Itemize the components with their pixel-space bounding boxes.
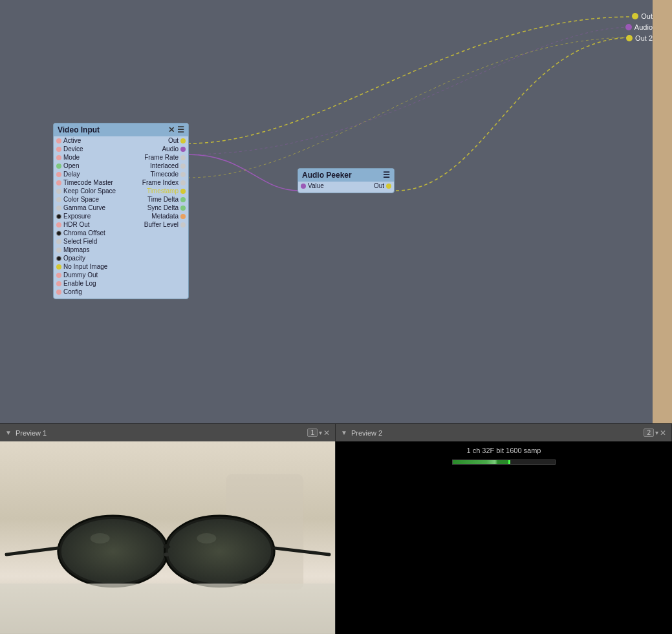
preview1-content xyxy=(0,441,336,634)
port-interlaced-out[interactable] xyxy=(180,164,186,169)
audio-label: Audio xyxy=(634,23,653,31)
port-timedelta-out[interactable] xyxy=(180,197,186,202)
close-icon[interactable]: ✕ xyxy=(168,125,175,134)
row-value: Value Out xyxy=(298,182,394,190)
label-open: Open xyxy=(63,162,79,169)
port-metadata-out[interactable] xyxy=(180,214,186,219)
row-hdrout: HDR Out Buffer Level xyxy=(54,220,188,229)
label-device: Device xyxy=(63,145,83,153)
port-bufferlevel-out[interactable] xyxy=(180,222,186,227)
label-mipmaps: Mipmaps xyxy=(63,246,90,253)
port-opacity-in[interactable] xyxy=(56,256,61,261)
row-colorspace: Color Space Time Delta xyxy=(54,195,188,204)
video-input-node[interactable]: Video Input ✕ ☰ Active Out Device xyxy=(53,123,189,299)
preview1-header: ▼ Preview 1 1 ▾ ✕ xyxy=(0,424,336,441)
label-metadata-out: Metadata xyxy=(151,213,179,220)
audio-meter-bar xyxy=(452,460,556,465)
menu-icon[interactable]: ☰ xyxy=(177,125,184,134)
preview1-title: Preview 1 xyxy=(16,429,47,437)
label-config: Config xyxy=(63,288,82,295)
label-audio-out: Audio xyxy=(162,145,179,153)
preview2-close-btn[interactable]: ✕ xyxy=(660,428,666,438)
row-noinputimage: No Input Image xyxy=(54,262,188,271)
port-frameindex-out[interactable] xyxy=(180,180,186,185)
audio-peeker-menu-icon[interactable]: ☰ xyxy=(383,171,390,180)
port-noinput-in[interactable] xyxy=(56,264,61,269)
label-out: Out xyxy=(168,137,179,144)
svg-point-5 xyxy=(168,519,271,584)
port-device-in[interactable] xyxy=(56,147,61,152)
out2-label: Out 2 xyxy=(635,34,653,42)
label-timecode-out: Timecode xyxy=(150,171,179,178)
port-dummyout-in[interactable] xyxy=(56,273,61,278)
audio-meter-fill xyxy=(453,460,509,464)
label-enablelog: Enable Log xyxy=(63,280,96,287)
bottom-area: ▼ Preview 1 1 ▾ ✕ ▼ Preview 2 2 ▾ ✕ xyxy=(0,423,672,634)
preview1-num[interactable]: 1 xyxy=(307,428,318,437)
port-active-in[interactable] xyxy=(56,138,61,143)
label-interlaced-out: Interlaced xyxy=(150,162,179,169)
port-mipmaps-in[interactable] xyxy=(56,248,61,253)
label-peeker-out: Out xyxy=(374,182,384,189)
output-out-node: Out xyxy=(632,12,653,20)
port-selectfield-in[interactable] xyxy=(56,239,61,244)
label-hdrout: HDR Out xyxy=(63,221,90,228)
port-keepcs-in[interactable] xyxy=(56,189,61,194)
label-keepcs: Keep Color Space xyxy=(63,187,116,195)
port-timecode-out[interactable] xyxy=(180,172,186,177)
row-mipmaps: Mipmaps xyxy=(54,246,188,254)
row-open: Open Interlaced xyxy=(54,162,188,170)
label-cs: Color Space xyxy=(63,196,99,203)
port-hdrout-in[interactable] xyxy=(56,222,61,227)
row-keepcolorspace: Keep Color Space Timestamp xyxy=(54,187,188,195)
label-bufferlevel-out: Buffer Level xyxy=(144,221,179,228)
preview2-num[interactable]: 2 xyxy=(644,428,654,437)
preview-content: 1 ch 32F bit 1600 samp xyxy=(0,441,672,634)
label-dummyout: Dummy Out xyxy=(63,271,98,279)
port-value-in[interactable] xyxy=(301,184,306,189)
label-framerate-out: Frame Rate xyxy=(144,154,179,161)
label-opacity: Opacity xyxy=(63,255,85,262)
label-syncdelta-out: Sync Delta xyxy=(147,204,179,211)
preview2-audio-info: 1 ch 32F bit 1600 samp xyxy=(467,447,541,454)
label-mode: Mode xyxy=(63,154,80,161)
port-timestamp-out[interactable] xyxy=(180,189,186,194)
svg-point-8 xyxy=(197,533,216,544)
port-mode-in[interactable] xyxy=(56,155,61,160)
port-audio-out[interactable] xyxy=(180,147,186,152)
row-mode: Mode Frame Rate xyxy=(54,153,188,162)
preview2-dropdown-icon[interactable]: ▾ xyxy=(655,429,658,436)
preview-bar: ▼ Preview 1 1 ▾ ✕ ▼ Preview 2 2 ▾ ✕ xyxy=(0,423,672,441)
row-active: Active Out xyxy=(54,136,188,145)
audio-peeker-node[interactable]: Audio Peeker ☰ Value Out xyxy=(298,168,395,193)
row-selectfield: Select Field xyxy=(54,237,188,246)
audio-peeker-title: Audio Peeker xyxy=(302,171,352,180)
port-tcmaster-in[interactable] xyxy=(56,180,61,185)
port-exposure-in[interactable] xyxy=(56,214,61,219)
row-chromaoffset: Chroma Offset xyxy=(54,229,188,237)
sunglasses-svg xyxy=(0,441,335,634)
label-noinput: No Input Image xyxy=(63,263,107,270)
label-delay: Delay xyxy=(63,171,80,178)
row-device: Device Audio xyxy=(54,145,188,153)
port-cs-in[interactable] xyxy=(56,197,61,202)
port-syncdelta-out[interactable] xyxy=(180,206,186,211)
port-enablelog-in[interactable] xyxy=(56,281,61,286)
preview1-dropdown-icon[interactable]: ▾ xyxy=(319,429,322,436)
port-config-in[interactable] xyxy=(56,290,61,295)
port-peeker-out[interactable] xyxy=(386,184,391,189)
label-timedelta-out: Time Delta xyxy=(147,196,179,203)
port-chroma-in[interactable] xyxy=(56,231,61,236)
port-open-in[interactable] xyxy=(56,164,61,169)
port-framerate-out[interactable] xyxy=(180,155,186,160)
audio-meter-indicator xyxy=(508,460,510,464)
preview2-header: ▼ Preview 2 2 ▾ ✕ xyxy=(336,424,672,441)
port-out[interactable] xyxy=(180,138,186,143)
preview1-triangle-icon: ▼ xyxy=(5,429,12,436)
right-panel xyxy=(653,0,672,423)
port-gamma-in[interactable] xyxy=(56,206,61,211)
port-delay-in[interactable] xyxy=(56,172,61,177)
row-delay: Delay Timecode xyxy=(54,170,188,178)
svg-point-7 xyxy=(91,533,110,544)
preview1-close-btn[interactable]: ✕ xyxy=(323,428,330,438)
